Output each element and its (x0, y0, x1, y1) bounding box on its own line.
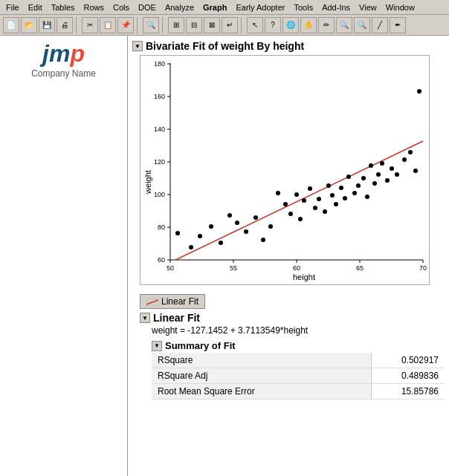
menu-rows[interactable]: Rows (80, 1, 109, 13)
svg-point-62 (376, 172, 381, 177)
toolbar-open[interactable]: 📂 (21, 17, 37, 33)
svg-point-68 (408, 150, 413, 154)
svg-text:height: height (293, 273, 315, 281)
svg-point-44 (298, 217, 303, 221)
svg-text:70: 70 (419, 264, 427, 272)
summary-title: Summary of Fit (165, 340, 236, 351)
equation-text: weight = -127.1452 + 3.7113549*height (152, 325, 445, 336)
menu-early-adopter[interactable]: Early Adopter (231, 1, 289, 13)
logo-j: j (42, 40, 49, 67)
toolbar-cut[interactable]: ✂ (82, 17, 98, 33)
svg-text:160: 160 (154, 93, 165, 100)
summary-row-value: 0.489836 (372, 368, 445, 384)
toolbar-btn2[interactable]: ⊟ (186, 17, 202, 33)
toolbar-new[interactable]: 📄 (3, 17, 19, 33)
svg-text:80: 80 (158, 224, 165, 231)
toolbar-btn4[interactable]: ↵ (222, 17, 238, 33)
svg-point-56 (352, 191, 357, 195)
linear-fit-collapse-btn[interactable]: ▼ (140, 313, 150, 323)
toolbar-hand[interactable]: ✋ (300, 17, 317, 33)
menu-analyze[interactable]: Analyze (161, 1, 198, 13)
svg-point-40 (276, 191, 280, 195)
linear-fit-header: ▼ Linear Fit (140, 312, 445, 324)
menu-add-ins[interactable]: Add-Ins (317, 1, 355, 13)
svg-point-36 (244, 229, 248, 234)
collapse-icon-lf: ▼ (142, 315, 148, 322)
toolbar-search[interactable]: 🔍 (143, 17, 159, 33)
svg-point-50 (326, 183, 331, 188)
summary-row-value: 15.85786 (372, 384, 445, 400)
content-area: ▼ Bivariate Fit of weight By height weig… (128, 36, 449, 476)
linear-fit-toggle-btn[interactable]: Linear Fit (140, 294, 205, 309)
chart-container: weight height 60 80 100 120 140 1 (140, 55, 445, 285)
svg-point-43 (294, 192, 299, 197)
summary-table-row: RSquare Adj 0.489836 (152, 368, 445, 384)
svg-text:50: 50 (167, 264, 174, 272)
menu-file[interactable]: File (1, 1, 24, 13)
svg-point-46 (308, 186, 312, 191)
jmp-logo: jmp (42, 42, 85, 65)
toolbar-copy[interactable]: 📋 (100, 17, 116, 33)
svg-point-33 (219, 241, 223, 245)
toolbar-globe[interactable]: 🌐 (282, 17, 299, 33)
menu-window[interactable]: Window (381, 1, 419, 13)
svg-text:65: 65 (356, 264, 364, 272)
menu-doe[interactable]: DOE (134, 1, 161, 13)
svg-point-49 (323, 209, 327, 214)
menu-edit[interactable]: Edit (24, 1, 47, 13)
svg-point-39 (268, 224, 273, 229)
summary-table-row: Root Mean Square Error 15.85786 (152, 384, 445, 400)
menu-graph[interactable]: Graph (198, 1, 231, 13)
toolbar-print[interactable]: 🖨 (56, 17, 73, 33)
summary-row-label: Root Mean Square Error (152, 384, 372, 400)
svg-point-63 (380, 161, 384, 166)
svg-point-58 (361, 176, 366, 180)
summary-of-fit-section: ▼ Summary of Fit RSquare 0.502917 RSquar… (152, 340, 445, 400)
toolbar-zoom-in[interactable]: 🔍 (354, 17, 370, 33)
menu-view[interactable]: View (355, 1, 381, 13)
svg-point-53 (339, 186, 343, 190)
toolbar-line[interactable]: ╱ (372, 17, 388, 33)
scatter-chart[interactable]: weight height 60 80 100 120 140 1 (140, 55, 430, 285)
linear-fit-btn-icon (146, 298, 158, 305)
toolbar-btn1[interactable]: ⊞ (168, 17, 184, 33)
svg-point-38 (261, 238, 265, 242)
summary-row-label: RSquare (152, 353, 372, 368)
menu-cols[interactable]: Cols (109, 1, 134, 13)
toolbar-cursor[interactable]: ↖ (247, 17, 263, 33)
svg-text:weight: weight (143, 170, 152, 195)
svg-point-35 (235, 221, 239, 225)
svg-text:60: 60 (293, 264, 300, 272)
svg-point-59 (365, 195, 369, 199)
logo-dot: p (70, 40, 85, 67)
summary-table: RSquare 0.502917 RSquare Adj 0.489836 Ro… (152, 353, 445, 400)
svg-point-51 (330, 193, 335, 198)
toolbar-zoom-out[interactable]: 🔍 (336, 17, 352, 33)
svg-point-69 (413, 169, 418, 173)
svg-point-57 (356, 183, 361, 188)
logo-m: m (49, 40, 70, 67)
toolbar-pencil[interactable]: ✏ (318, 17, 335, 33)
svg-text:100: 100 (154, 191, 165, 198)
logo-container: jmp Company Name (6, 42, 121, 79)
collapse-icon-sof: ▼ (154, 342, 160, 349)
svg-point-41 (283, 202, 288, 206)
main-area: jmp Company Name ▼ Bivariate Fit of weig… (0, 36, 449, 476)
svg-text:60: 60 (158, 256, 165, 264)
menu-tables[interactable]: Tables (47, 1, 80, 13)
toolbar-paste[interactable]: 📌 (117, 17, 134, 33)
svg-point-61 (372, 181, 377, 186)
svg-text:55: 55 (230, 264, 237, 272)
toolbar-help[interactable]: ? (265, 17, 281, 33)
svg-text:180: 180 (154, 60, 165, 68)
svg-text:120: 120 (154, 158, 165, 166)
svg-point-42 (288, 212, 293, 216)
menu-tools[interactable]: Tools (289, 1, 317, 13)
svg-line-28 (175, 141, 423, 260)
toolbar-draw[interactable]: ✒ (390, 17, 406, 33)
svg-point-64 (385, 178, 390, 183)
bivariate-collapse-btn[interactable]: ▼ (132, 41, 143, 51)
toolbar-btn3[interactable]: ⊠ (204, 17, 220, 33)
summary-collapse-btn[interactable]: ▼ (152, 341, 162, 351)
toolbar-save[interactable]: 💾 (39, 17, 55, 33)
